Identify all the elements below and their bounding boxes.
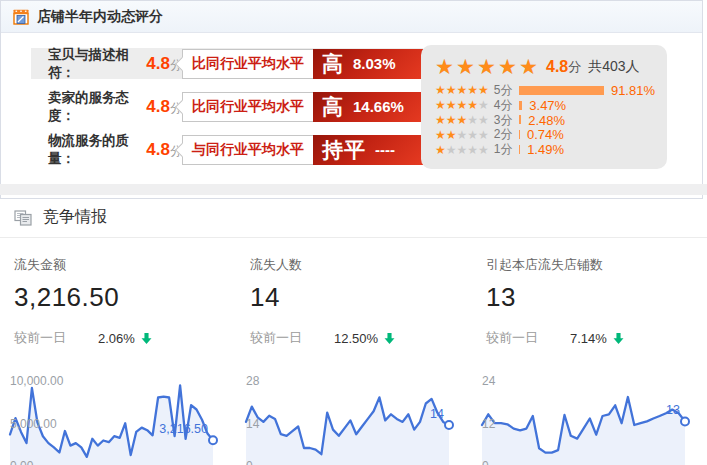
distribution-percent: 1.49%: [527, 142, 564, 157]
y-tick: 10,000.00: [10, 374, 63, 388]
compare-word: 持平: [322, 136, 366, 164]
competition-panel: 竞争情报 流失金额 3,216.50 较前一日 2.06% 流失人数 14 较: [0, 195, 707, 465]
compare-word: 高: [322, 93, 344, 121]
y-tick: 12: [482, 417, 495, 431]
distribution-percent: 2.48%: [528, 113, 565, 128]
rating-label: 物流服务的质量：: [48, 132, 143, 168]
y-tick: 24: [482, 374, 495, 388]
last-point-label: 14: [430, 407, 444, 421]
last-point-label: 13: [666, 403, 680, 417]
documents-icon: [14, 210, 33, 226]
compare-change: 7.14%: [570, 331, 607, 346]
distribution-percent: 91.81%: [611, 83, 655, 98]
metric-label: 引起本店流失店铺数: [486, 256, 690, 274]
distribution-row-2: ★★★★★ 2分 0.74%: [435, 127, 655, 142]
distribution-bar: [519, 130, 521, 139]
shop-icon: [13, 9, 29, 25]
ratings-panel-body: 宝贝与描述相符： 4.8 分 比同行业平均水平 高 8.03% 卖家的服务态度：: [1, 33, 702, 198]
compare-badge: 高 14.66%: [313, 92, 423, 122]
compare-word: 高: [322, 50, 344, 78]
page: 店铺半年内动态评分 宝贝与描述相符： 4.8 分 比同行业平均水平 高 8.03…: [0, 0, 707, 465]
mini-stars-icon: ★★★★★: [435, 143, 489, 157]
metric-label: 流失金额: [14, 256, 218, 274]
rating-row-logistics: 物流服务的质量： 4.8 分 与同行业平均水平 持平 ----: [31, 134, 423, 165]
compare-callout: 比同行业平均水平 高 14.66%: [182, 92, 423, 122]
compare-text: 比同行业平均水平: [183, 55, 313, 73]
metric-value: 13: [486, 282, 690, 313]
section-divider: [0, 184, 707, 195]
metric-compare: 较前一日 2.06%: [14, 329, 218, 347]
last-point-label: 3,216.50: [159, 422, 208, 436]
metric-label: 流失人数: [250, 256, 454, 274]
compare-text: 比同行业平均水平: [183, 98, 313, 116]
distribution-row-3: ★★★★★ 3分 2.48%: [435, 113, 655, 128]
y-tick: 14: [246, 417, 259, 431]
ratings-panel-title: 店铺半年内动态评分: [37, 8, 163, 26]
distribution-row-1: ★★★★★ 1分 1.49%: [435, 142, 655, 157]
compare-percent: 14.66%: [353, 98, 404, 115]
competition-title: 竞争情报: [43, 207, 107, 228]
distribution-percent: 0.74%: [527, 127, 564, 142]
chart-competitor-shops: 24 12 0 13: [480, 373, 690, 465]
compare-period-label: 较前一日: [250, 329, 334, 347]
metrics-row: 流失金额 3,216.50 较前一日 2.06% 流失人数 14 较前一日 12…: [0, 256, 707, 347]
rating-summary-box: ★★★★★★★★★★ 4.8 分 共403人 ★★★★★ 5分 91.81% ★…: [421, 45, 667, 169]
mini-stars-icon: ★★★★★: [435, 113, 489, 127]
rating-score: 4.8: [146, 54, 170, 74]
metric-lost-customers: 流失人数 14 较前一日 12.50%: [244, 256, 454, 347]
chart-lost-amount: 10,000.00 5,000.00 0.00 3,216.50: [8, 373, 218, 465]
distribution-bar: [519, 86, 604, 95]
summary-score: 4.8: [546, 58, 568, 76]
compare-badge: 高 8.03%: [313, 49, 423, 79]
distribution-label: 1分: [494, 141, 513, 158]
metric-competitor-shops: 引起本店流失店铺数 13 较前一日 7.14%: [480, 256, 690, 347]
distribution-bar: [519, 101, 523, 110]
distribution-bar: [519, 115, 522, 124]
trend-down-icon: [383, 332, 396, 345]
summary-stars-row: ★★★★★★★★★★ 4.8 分 共403人: [435, 54, 655, 80]
metric-value: 14: [250, 282, 454, 313]
rating-label: 卖家的服务态度：: [48, 89, 143, 125]
compare-percent: ----: [375, 141, 395, 158]
star-rating-icon: ★★★★★★★★★★: [435, 55, 540, 79]
mini-stars-icon: ★★★★★: [435, 98, 489, 112]
trend-down-icon: [612, 332, 625, 345]
metric-lost-amount: 流失金额 3,216.50 较前一日 2.06%: [8, 256, 218, 347]
summary-score-unit: 分: [568, 58, 581, 76]
y-tick: 0.00: [10, 459, 33, 465]
metric-compare: 较前一日 7.14%: [486, 329, 690, 347]
summary-total-raters: 共403人: [588, 58, 639, 76]
metric-value: 3,216.50: [14, 282, 218, 313]
competition-header: 竞争情报: [0, 195, 707, 237]
compare-change: 2.06%: [98, 331, 135, 346]
metric-compare: 较前一日 12.50%: [250, 329, 454, 347]
y-tick: 5,000.00: [10, 417, 57, 431]
y-tick: 0: [246, 459, 253, 465]
distribution-row-5: ★★★★★ 5分 91.81%: [435, 83, 655, 98]
rating-score: 4.8: [146, 97, 170, 117]
rating-label: 宝贝与描述相符：: [48, 46, 143, 82]
compare-percent: 8.03%: [353, 55, 396, 72]
chart-lost-customers: 28 14 0 14: [244, 373, 454, 465]
distribution-percent: 3.47%: [529, 98, 566, 113]
compare-period-label: 较前一日: [14, 329, 98, 347]
distribution-bar: [519, 145, 521, 154]
y-tick: 0: [482, 459, 489, 465]
compare-callout: 与同行业平均水平 持平 ----: [182, 135, 423, 165]
compare-badge: 持平 ----: [313, 135, 423, 165]
header-divider: [0, 237, 707, 238]
rating-row-service: 卖家的服务态度： 4.8 分 比同行业平均水平 高 14.66%: [31, 91, 423, 122]
charts-row: 10,000.00 5,000.00 0.00 3,216.50 28 14 0…: [0, 373, 707, 465]
rating-row-description: 宝贝与描述相符： 4.8 分 比同行业平均水平 高 8.03%: [31, 48, 423, 79]
rating-score: 4.8: [146, 140, 170, 160]
compare-period-label: 较前一日: [486, 329, 570, 347]
ratings-panel: 店铺半年内动态评分 宝贝与描述相符： 4.8 分 比同行业平均水平 高 8.03…: [0, 0, 703, 199]
ratings-panel-header: 店铺半年内动态评分: [1, 1, 702, 33]
distribution-row-4: ★★★★★ 4分 3.47%: [435, 98, 655, 113]
y-tick: 28: [246, 374, 259, 388]
compare-change: 12.50%: [334, 331, 378, 346]
compare-callout: 比同行业平均水平 高 8.03%: [182, 49, 423, 79]
trend-down-icon: [140, 332, 153, 345]
mini-stars-icon: ★★★★★: [435, 83, 489, 97]
compare-text: 与同行业平均水平: [183, 141, 313, 159]
